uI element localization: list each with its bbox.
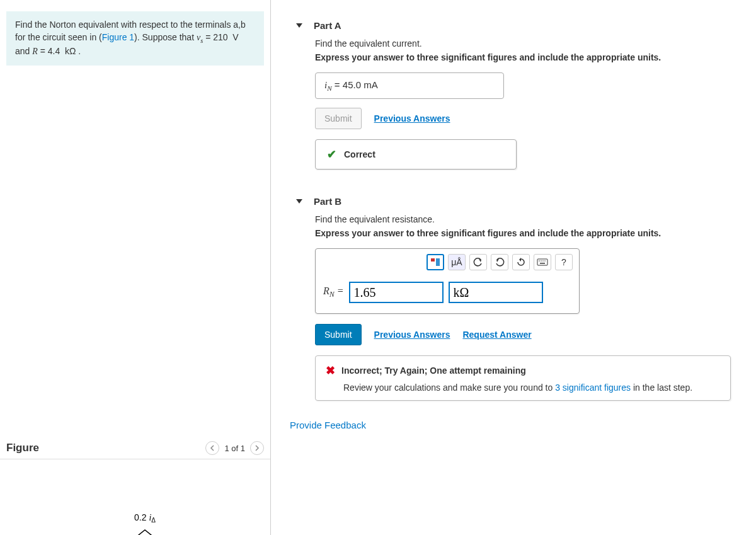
- part-a-answer-display: iN = 45.0 mA: [315, 72, 504, 99]
- svg-point-49: [539, 260, 540, 262]
- figure-counter: 1 of 1: [224, 444, 245, 453]
- in-sub: N: [327, 84, 332, 92]
- part-b-previous-answers-link[interactable]: Previous Answers: [374, 330, 450, 340]
- circuit-diagram: + − v s 2 kΩ: [25, 497, 239, 535]
- part-b-label: Part B: [314, 196, 341, 207]
- figure-header: Figure 1 of 1: [0, 441, 270, 459]
- part-b-submit-button[interactable]: Submit: [315, 324, 362, 345]
- provide-feedback-link[interactable]: Provide Feedback: [290, 420, 756, 430]
- part-b-header[interactable]: Part B: [290, 188, 756, 214]
- part-a-feedback: ✔ Correct: [315, 139, 517, 170]
- part-b-value-input[interactable]: [349, 282, 444, 303]
- part-a-previous-answers-link[interactable]: Previous Answers: [374, 113, 450, 124]
- help-button[interactable]: ?: [555, 254, 573, 270]
- redo-icon[interactable]: [491, 254, 508, 270]
- part-b-feedback: ✖ Incorrect; Try Again; One attempt rema…: [315, 355, 731, 401]
- template-icon[interactable]: [427, 254, 444, 270]
- part-a-label: Part A: [314, 20, 341, 31]
- problem-statement: Find the Norton equivalent with respect …: [6, 11, 264, 66]
- units-button[interactable]: μÅ: [448, 254, 466, 270]
- r-var: R: [32, 47, 38, 56]
- part-b-instruction: Express your answer to three significant…: [315, 228, 743, 238]
- part-b-unit-input[interactable]: [449, 282, 543, 303]
- figure-next-button[interactable]: [250, 441, 264, 455]
- check-icon: ✔: [327, 147, 336, 161]
- figure-link[interactable]: Figure 1: [102, 32, 134, 42]
- part-b-request-answer-link[interactable]: Request Answer: [462, 330, 531, 340]
- svg-point-51: [542, 260, 544, 262]
- figure-prev-button[interactable]: [205, 441, 219, 455]
- svg-rect-46: [431, 258, 435, 262]
- caret-down-icon: [296, 199, 302, 204]
- problem-text-b: ). Suppose that: [134, 32, 197, 42]
- part-b-prompt: Find the equivalent resistance.: [315, 214, 743, 224]
- svg-rect-7: [25, 497, 239, 535]
- part-a-feedback-text: Correct: [344, 149, 375, 159]
- part-b-feedback-title: Incorrect; Try Again; One attempt remain…: [341, 365, 526, 376]
- part-b-feedback-review: Review your calculations and make sure y…: [326, 383, 720, 393]
- figure-title: Figure: [6, 442, 39, 454]
- svg-point-52: [544, 260, 546, 262]
- caret-down-icon: [296, 23, 302, 28]
- svg-rect-53: [540, 263, 545, 264]
- sig-figures-link[interactable]: 3 significant figures: [555, 383, 631, 393]
- reset-icon[interactable]: [512, 254, 530, 270]
- part-a-submit-button: Submit: [315, 108, 362, 129]
- svg-point-50: [541, 260, 542, 262]
- r-eq: = 4.4 kΩ .: [38, 46, 81, 56]
- part-a-instruction: Express your answer to three significant…: [315, 52, 743, 62]
- part-a-header[interactable]: Part A: [290, 13, 756, 38]
- part-a-prompt: Find the equivalent current.: [315, 38, 743, 49]
- svg-rect-48: [537, 259, 547, 265]
- rn-label: RN =: [323, 285, 344, 299]
- svg-rect-47: [436, 258, 440, 266]
- part-b-input-panel: μÅ ? RN =: [315, 248, 580, 314]
- undo-icon[interactable]: [469, 254, 487, 270]
- in-eq: =: [332, 79, 343, 90]
- x-icon: ✖: [326, 364, 335, 377]
- keyboard-icon[interactable]: [534, 254, 551, 270]
- in-val: 45.0 mA: [343, 79, 378, 90]
